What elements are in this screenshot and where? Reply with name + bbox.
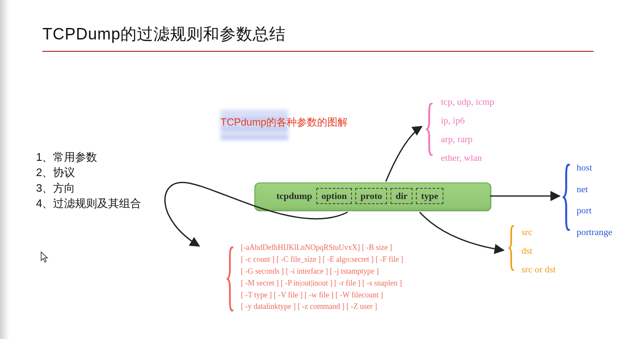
arrow-dir: [420, 212, 504, 250]
outline-item: 1、常用参数: [36, 149, 141, 165]
proto-list: tcp, udp, icmp ip, ip6 arp, rarp ether, …: [441, 92, 494, 167]
type-item: net: [577, 179, 612, 200]
slide-title: TCPDump的过滤规则和参数总结: [42, 23, 286, 45]
dir-brace-icon: {: [507, 213, 516, 277]
part-type: type: [416, 188, 443, 204]
outline-list: 1、常用参数 2、协议 3、方向 4、过滤规则及其组合: [36, 149, 141, 211]
cmd-name: tcpdump: [276, 191, 312, 202]
outline-item: 4、过滤规则及其组合: [36, 196, 141, 211]
part-proto: proto: [355, 188, 387, 204]
type-list: host net port portrange: [577, 157, 612, 243]
dir-item: src or dst: [521, 260, 556, 279]
type-item: port: [577, 200, 612, 221]
option-brace-icon: {: [225, 229, 235, 319]
dir-item: dst: [521, 241, 556, 260]
proto-item: ether, wlan: [441, 148, 494, 167]
type-item: host: [577, 157, 612, 179]
proto-item: tcp, udp, icmp: [441, 92, 494, 111]
option-line: [ -y datalinktype ] [ -z command ] [ -Z …: [241, 301, 403, 313]
part-option: option: [316, 188, 352, 204]
title-underline: [42, 51, 594, 52]
proto-item: arp, rarp: [441, 130, 494, 148]
type-item: portrange: [577, 221, 612, 243]
option-line: [ -T type ] [ -V file ] [ -w file ] [ -W…: [241, 289, 403, 301]
tcpdump-syntax-row: tcpdump option proto dir type: [254, 182, 490, 210]
outline-item: 3、方向: [36, 180, 141, 196]
option-line: [-aAbdDefhHIJKlLnNOpqRStuUvxX] [ -B size…: [241, 242, 403, 254]
option-list: [-aAbdDefhHIJKlLnNOpqRStuUvxX] [ -B size…: [241, 242, 403, 313]
diagram-caption: TCPdump的各种参数的图解: [220, 115, 348, 129]
outline-item: 2、协议: [36, 165, 141, 180]
proto-brace-icon: {: [424, 89, 435, 162]
option-line: [ -c count ] [ -C file_size ] [ -E algo:…: [241, 254, 403, 266]
mouse-cursor-icon: [40, 251, 50, 266]
proto-item: ip, ip6: [441, 111, 494, 130]
dir-list: src dst src or dst: [521, 223, 556, 279]
option-line: [ -M secret ] [ -P in|out|inout ] [ -r f…: [241, 277, 403, 289]
type-brace-icon: {: [560, 146, 572, 239]
part-dir: dir: [390, 188, 413, 204]
dir-item: src: [521, 223, 556, 241]
arrow-proto: [386, 126, 422, 182]
option-line: [ -G seconds ] [ -i interface ] [ -j tst…: [241, 266, 403, 277]
